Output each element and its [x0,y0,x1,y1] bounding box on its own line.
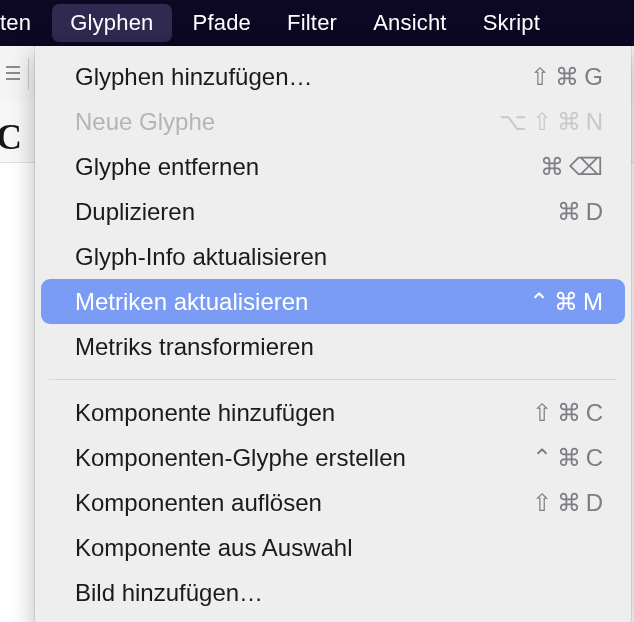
list-icon [0,58,29,90]
menu-bar-item-skript[interactable]: Skript [465,0,540,46]
menu-item-shortcut: ⌃ ⌘ C [532,444,603,472]
menu-item-label: Glyphen hinzufügen… [75,63,530,91]
glyphen-menu-dropdown: Glyphen hinzufügen… ⇧ ⌘ G Neue Glyphe ⌥ … [35,46,631,622]
menu-item-duplicate[interactable]: Duplizieren ⌘ D [35,189,631,234]
menu-item-update-glyph-info[interactable]: Glyph-Info aktualisieren [35,234,631,279]
menu-item-add-component[interactable]: Komponente hinzufügen ⇧ ⌘ C [35,390,631,435]
menu-item-label: Komponenten-Glyphe erstellen [75,444,532,472]
menu-item-shortcut: ⇧ ⌘ D [532,489,603,517]
menu-bar-item-pfade[interactable]: Pfade [175,0,270,46]
menu-item-label: Komponente hinzufügen [75,399,532,427]
menu-item-label: Bild hinzufügen… [75,579,603,607]
menu-bar: ten Glyphen Pfade Filter Ansicht Skript [0,0,634,46]
menu-item-add-image[interactable]: Bild hinzufügen… [35,570,631,615]
menu-item-component-from-selection[interactable]: Komponente aus Auswahl [35,525,631,570]
menu-item-label: Glyph-Info aktualisieren [75,243,603,271]
menu-item-shortcut: ⌘ D [557,198,603,226]
menu-item-label: Duplizieren [75,198,557,226]
menu-item-update-metrics[interactable]: Metriken aktualisieren ⌃ ⌘ M [41,279,625,324]
menu-item-label: Glyphe entfernen [75,153,540,181]
menu-bar-item-filter[interactable]: Filter [269,0,355,46]
menu-item-label: Komponente aus Auswahl [75,534,603,562]
menu-item-transform-metrics[interactable]: Metriks transformieren [35,324,631,369]
menu-item-remove-glyph[interactable]: Glyphe entfernen ⌘ ⌫ [35,144,631,189]
menu-item-new-glyph: Neue Glyphe ⌥ ⇧ ⌘ N [35,99,631,144]
glyph-cell: C [0,116,22,158]
menu-item-shortcut: ⌘ ⌫ [540,153,603,181]
menu-item-create-component-glyph[interactable]: Komponenten-Glyphe erstellen ⌃ ⌘ C [35,435,631,480]
menu-bar-item-glyphen[interactable]: Glyphen [52,4,171,42]
menu-bar-item[interactable]: ten [0,0,49,46]
menu-item-label: Metriks transformieren [75,333,603,361]
menu-item-shortcut: ⌥ ⇧ ⌘ N [499,108,603,136]
menu-item-decompose-components[interactable]: Komponenten auflösen ⇧ ⌘ D [35,480,631,525]
menu-item-shortcut: ⇧ ⌘ C [532,399,603,427]
menu-item-label: Neue Glyphe [75,108,499,136]
menu-item-label: Komponenten auflösen [75,489,532,517]
menu-item-shortcut: ⇧ ⌘ G [530,63,603,91]
menu-item-shortcut: ⌃ ⌘ M [529,288,603,316]
menu-item-glyphs-add[interactable]: Glyphen hinzufügen… ⇧ ⌘ G [35,54,631,99]
menu-bar-item-ansicht[interactable]: Ansicht [355,0,465,46]
menu-separator [49,379,617,380]
menu-item-label: Metriken aktualisieren [75,288,529,316]
